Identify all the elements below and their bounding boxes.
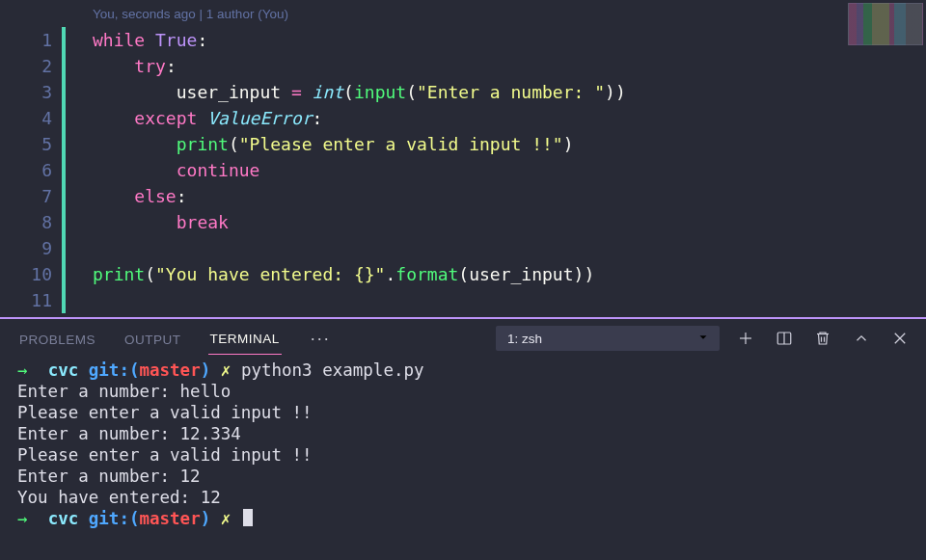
line-number: 7 xyxy=(0,183,62,209)
kill-terminal-button[interactable] xyxy=(814,330,831,347)
line-number: 8 xyxy=(0,209,62,235)
prompt-git-label: git:( xyxy=(89,509,140,528)
line-number: 3 xyxy=(0,79,62,105)
tab-problems[interactable]: PROBLEMS xyxy=(17,323,97,355)
terminal-output[interactable]: → cvc git:(master) ✗ python3 example.py … xyxy=(0,358,926,560)
tab-output[interactable]: OUTPUT xyxy=(123,323,183,355)
terminal-line: Please enter a valid input !! xyxy=(17,403,313,422)
tab-overflow-button[interactable]: ··· xyxy=(311,329,331,349)
line-number: 2 xyxy=(0,53,62,79)
terminal-line: Enter a number: hello xyxy=(17,382,231,401)
line-number: 4 xyxy=(0,105,62,131)
terminal-line: You have entered: 12 xyxy=(17,488,221,507)
prompt-arrow-icon: → xyxy=(17,509,28,528)
prompt-git-label: git:( xyxy=(89,360,140,380)
prompt-branch: master xyxy=(139,360,200,380)
line-number: 1 xyxy=(0,27,62,53)
line-number-gutter: 1 2 3 4 5 6 7 8 9 10 11 xyxy=(0,0,62,317)
maximize-panel-button[interactable] xyxy=(853,330,870,347)
source-code[interactable]: while True: try: user_input = int(input(… xyxy=(66,27,926,287)
prompt-arrow-icon: → xyxy=(17,360,28,380)
prompt-cwd: cvc xyxy=(48,360,79,380)
minimap[interactable] xyxy=(848,3,923,45)
chevron-down-icon xyxy=(696,331,710,347)
terminal-line: Enter a number: 12 xyxy=(17,467,201,486)
prompt-branch: master xyxy=(139,509,200,528)
panel-tabbar: PROBLEMS OUTPUT TERMINAL ··· 1: zsh xyxy=(0,319,926,358)
terminal-line: Enter a number: 12.334 xyxy=(17,424,241,443)
tab-terminal[interactable]: TERMINAL xyxy=(208,322,282,355)
line-number: 11 xyxy=(0,287,62,313)
close-panel-button[interactable] xyxy=(891,330,909,347)
code-editor[interactable]: 1 2 3 4 5 6 7 8 9 10 11 You, seconds ago… xyxy=(0,0,926,317)
terminal-picker-label: 1: zsh xyxy=(507,332,542,346)
prompt-cwd: cvc xyxy=(48,509,79,528)
terminal-command: python3 example.py xyxy=(241,360,424,380)
line-number: 9 xyxy=(0,235,62,261)
line-number: 5 xyxy=(0,131,62,157)
bottom-panel: PROBLEMS OUTPUT TERMINAL ··· 1: zsh xyxy=(0,319,926,560)
terminal-line: Please enter a valid input !! xyxy=(17,445,313,465)
line-number: 10 xyxy=(0,261,62,287)
terminal-picker-dropdown[interactable]: 1: zsh xyxy=(496,326,720,351)
split-terminal-button[interactable] xyxy=(776,330,793,347)
terminal-cursor xyxy=(243,509,253,526)
line-number: 6 xyxy=(0,157,62,183)
prompt-dirty-icon: ✗ xyxy=(221,360,232,380)
git-lens-annotation[interactable]: You, seconds ago | 1 author (You) xyxy=(66,4,926,27)
prompt-dirty-icon: ✗ xyxy=(221,509,232,528)
new-terminal-button[interactable] xyxy=(737,330,754,347)
